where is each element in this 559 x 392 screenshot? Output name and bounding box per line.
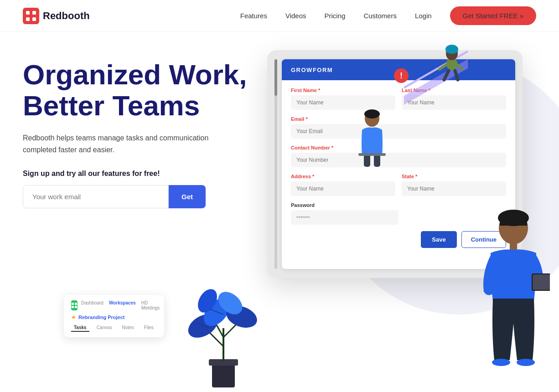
- svg-point-27: [492, 359, 510, 366]
- project-label: ★ Rebranding Project: [71, 314, 157, 320]
- first-name-label: First Name *: [291, 88, 395, 93]
- hero-section: Organized Work, Better Teams Redbooth he…: [0, 32, 559, 392]
- form-row-name: First Name * Last Name *: [291, 88, 506, 110]
- tablet-scrollbar: [274, 59, 277, 269]
- person-small-illustration: [354, 109, 390, 169]
- app-tabs: Tasks Canvos Notes Files: [71, 324, 157, 332]
- svg-rect-4: [32, 17, 36, 21]
- hero-subtitle: Redbooth helps teams manage tasks and co…: [23, 132, 223, 155]
- svg-rect-3: [26, 17, 30, 21]
- address-group: Address *: [291, 174, 395, 196]
- app-nav: Dashboard Workspaces HD Meetings: [81, 300, 160, 310]
- svg-rect-38: [364, 154, 370, 167]
- form-row-email: Email *: [291, 116, 506, 139]
- project-name[interactable]: Rebranding Project: [78, 315, 124, 320]
- form-row-password: Password: [291, 202, 506, 225]
- app-tab-files[interactable]: Files: [141, 324, 156, 332]
- growform-email-input[interactable]: [291, 124, 506, 139]
- svg-rect-8: [75, 306, 77, 308]
- app-card-header: Dashboard Workspaces HD Meetings: [71, 300, 157, 310]
- state-input[interactable]: [402, 181, 506, 196]
- password-group: Password: [291, 202, 399, 225]
- svg-rect-7: [72, 306, 74, 308]
- hero-left: Organized Work, Better Teams Redbooth he…: [23, 59, 251, 208]
- svg-line-32: [440, 65, 446, 69]
- navbar: Redbooth Features Videos Pricing Custome…: [0, 0, 559, 32]
- logo[interactable]: Redbooth: [23, 8, 90, 24]
- first-name-group: First Name *: [291, 88, 395, 110]
- password-label: Password: [291, 202, 399, 208]
- nav-links: Features Videos Pricing Customers Login …: [240, 6, 536, 25]
- email-label: Email *: [291, 116, 506, 122]
- person-top-illustration: [404, 41, 468, 105]
- app-nav-hd[interactable]: HD Meetings: [141, 300, 160, 310]
- first-name-input[interactable]: [291, 95, 395, 110]
- svg-rect-9: [212, 362, 235, 387]
- app-tab-notes[interactable]: Notes: [119, 324, 137, 332]
- growform-title: GROWFORM: [291, 67, 333, 73]
- nav-login[interactable]: Login: [415, 12, 432, 20]
- email-input[interactable]: [23, 185, 169, 208]
- app-nav-workspaces[interactable]: Workspaces: [109, 300, 136, 310]
- svg-rect-2: [32, 11, 36, 15]
- hero-cta-label: Sign up and try all our features for fre…: [23, 170, 251, 178]
- form-actions: Save Continue: [291, 231, 506, 248]
- contact-input[interactable]: [291, 153, 506, 167]
- app-nav-dashboard[interactable]: Dashboard: [81, 300, 104, 310]
- address-input[interactable]: [291, 181, 395, 196]
- contact-group: Contact Number *: [291, 145, 506, 167]
- svg-rect-1: [26, 11, 30, 15]
- get-started-button[interactable]: Get: [169, 185, 206, 208]
- star-icon: ★: [71, 314, 76, 320]
- app-tab-tasks[interactable]: Tasks: [71, 324, 89, 332]
- svg-rect-0: [23, 8, 39, 24]
- form-row-address: Address * State *: [291, 174, 506, 196]
- contact-label: Contact Number *: [291, 145, 506, 150]
- svg-rect-26: [533, 274, 550, 290]
- nav-videos[interactable]: Videos: [285, 12, 306, 20]
- svg-rect-6: [75, 303, 77, 305]
- address-label: Address *: [291, 174, 395, 179]
- svg-rect-24: [510, 242, 517, 251]
- cta-button[interactable]: Get Started FREE »: [450, 6, 536, 25]
- email-group: Email *: [291, 116, 506, 139]
- plant-illustration: [178, 246, 269, 392]
- email-row: Get: [23, 185, 251, 208]
- form-row-contact: Contact Number *: [291, 145, 506, 167]
- hero-title: Organized Work, Better Teams: [23, 59, 251, 121]
- app-tab-canvos[interactable]: Canvos: [94, 324, 115, 332]
- nav-features[interactable]: Features: [240, 12, 267, 20]
- nav-customers[interactable]: Customers: [363, 12, 397, 20]
- notification-bubble: !: [394, 68, 409, 83]
- svg-line-13: [223, 324, 237, 337]
- svg-rect-39: [374, 154, 380, 167]
- state-group: State *: [402, 174, 506, 196]
- app-icon: [71, 300, 78, 310]
- svg-rect-5: [72, 303, 74, 305]
- svg-point-28: [517, 359, 535, 366]
- logo-text: Redbooth: [43, 10, 90, 22]
- save-button[interactable]: Save: [421, 231, 456, 248]
- password-input[interactable]: [291, 210, 399, 225]
- nav-pricing[interactable]: Pricing: [325, 12, 346, 20]
- person-right-illustration: [477, 201, 550, 392]
- svg-rect-40: [358, 153, 386, 156]
- logo-icon: [23, 8, 39, 24]
- app-card: Dashboard Workspaces HD Meetings ★ Rebra…: [64, 295, 164, 337]
- svg-point-37: [364, 109, 380, 119]
- state-label: State *: [402, 174, 506, 179]
